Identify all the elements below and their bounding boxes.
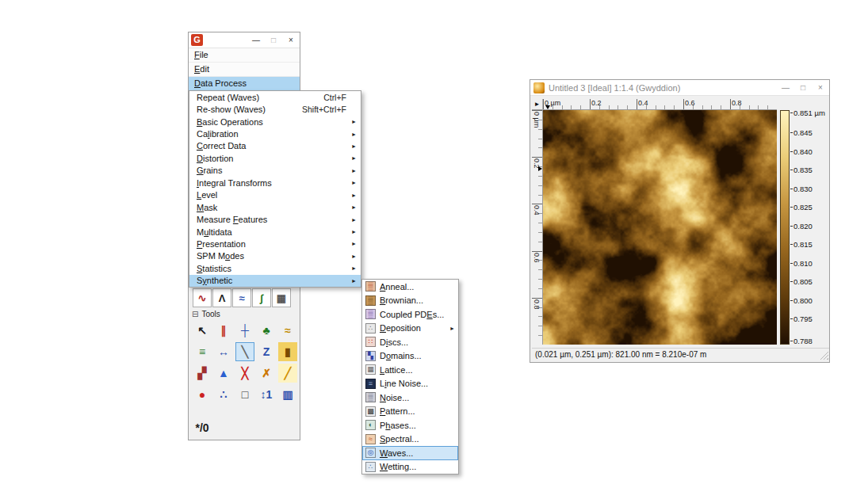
read-value-tool[interactable]: ↖	[193, 321, 212, 340]
level-tool[interactable]: ≡	[193, 342, 212, 361]
wetting-icon: ∴	[365, 462, 376, 472]
menu-item-spectral[interactable]: ≈Spectral...	[362, 433, 458, 447]
menu-item-multidata[interactable]: Multidata►	[189, 226, 361, 238]
menu-item-repeat-waves[interactable]: Repeat (Waves)Ctrl+F	[189, 91, 361, 103]
spectro-tool[interactable]: ♣	[257, 321, 276, 340]
data-window-title: Untitled 3 [Ideal] 1:1.4 (Gwyddion)	[549, 83, 777, 93]
menubar-item-edit[interactable]: Edit	[189, 63, 300, 77]
mask-editor-tool[interactable]: ▲	[214, 364, 233, 383]
menu-item-calibration[interactable]: Calibration►	[189, 128, 361, 139]
menu-item-label: Measure Features	[197, 215, 267, 224]
menu-item-phases[interactable]: ◐Phases...	[362, 418, 458, 433]
menu-shortcut: Ctrl+F	[323, 93, 358, 102]
graph-fit-button[interactable]: ∫	[252, 288, 271, 307]
menu-item-waves[interactable]: ◎Waves...	[362, 446, 458, 460]
maximize-button[interactable]: □	[265, 32, 282, 48]
menu-item-re-show-waves[interactable]: Re-show (Waves)Shift+Ctrl+F	[189, 103, 361, 115]
menu-item-integral-transforms[interactable]: Integral Transforms►	[189, 177, 361, 189]
discs-icon: ∷	[365, 337, 376, 347]
menu-item-label: Calibration	[197, 129, 239, 139]
roughness-tool[interactable]: ≈	[278, 321, 297, 340]
ruler-marker-y-icon	[538, 166, 542, 171]
menu-item-anneal[interactable]: ▒Anneal...	[362, 280, 458, 294]
close-button[interactable]: ×	[282, 32, 300, 48]
color-scale-label: 0.835	[793, 166, 813, 174]
data-process-menu: Repeat (Waves)Ctrl+FRe-show (Waves)Shift…	[189, 90, 361, 288]
menu-item-mask[interactable]: Mask►	[189, 201, 361, 213]
menu-item-wetting[interactable]: ∴Wetting...	[362, 460, 458, 474]
data-window: Untitled 3 [Ideal] 1:1.4 (Gwyddion) — □ …	[530, 79, 830, 363]
submenu-arrow-icon: ►	[350, 265, 358, 271]
minimize-button[interactable]: —	[777, 80, 794, 96]
horizontal-ruler[interactable]: 0 µm0.20.40.60.8	[543, 99, 777, 110]
vertical-ruler[interactable]: 0 µm0.20.40.60.8	[532, 110, 543, 345]
menu-item-measure-features[interactable]: Measure Features►	[189, 213, 361, 225]
menu-item-pattern[interactable]: ▩Pattern...	[362, 405, 458, 419]
submenu-arrow-icon: ►	[350, 278, 358, 284]
color-range-tool[interactable]: ▮	[278, 342, 297, 361]
menu-item-label: Repeat (Waves)	[197, 93, 259, 102]
line-fit-icon: ╲	[242, 345, 248, 358]
menu-item-distortion[interactable]: Distortion►	[189, 152, 361, 164]
menu-item-lattice[interactable]: ▦Lattice...	[362, 363, 458, 377]
arithmetic-tool[interactable]: */0	[193, 418, 212, 437]
domains-icon: ▚	[365, 351, 376, 361]
menu-item-discs[interactable]: ∷Discs...	[362, 335, 458, 349]
gwyddion-data-icon	[533, 82, 545, 93]
toolbox-titlebar[interactable]: G — □ ×	[189, 32, 300, 48]
graph-curve-button[interactable]: ∿	[193, 288, 212, 307]
graph-peaks-button[interactable]: Λ	[212, 288, 231, 307]
ruler-label: 0.8	[732, 99, 742, 107]
menu-item-level[interactable]: Level►	[189, 189, 361, 201]
menu-item-basic-operations[interactable]: Basic Operations►	[189, 116, 361, 128]
menu-item-line-noise[interactable]: ≡Line Noise...	[362, 377, 458, 391]
calibration-tool[interactable]: ↕1	[257, 385, 276, 404]
line-fit-tool[interactable]: ╲	[235, 342, 254, 361]
grain-measure-tool[interactable]: ∴	[214, 385, 233, 404]
menu-item-correct-data[interactable]: Correct Data►	[189, 140, 361, 152]
menubar-item-file[interactable]: File	[189, 48, 300, 63]
color-range-icon: ▮	[285, 345, 291, 358]
filter-tool[interactable]: ▞	[193, 364, 212, 383]
column-filter-tool[interactable]: ▥	[278, 385, 297, 404]
tools-expander[interactable]: ⊟ Tools	[192, 310, 220, 318]
measure-tool[interactable]: ↔	[214, 342, 233, 361]
menu-item-presentation[interactable]: Presentation►	[189, 238, 361, 250]
menu-item-statistics[interactable]: Statistics►	[189, 262, 361, 274]
menu-item-label: Lattice...	[380, 365, 413, 375]
data-window-titlebar[interactable]: Untitled 3 [Ideal] 1:1.4 (Gwyddion) — □ …	[530, 80, 829, 96]
cut-tool[interactable]: ✗	[257, 364, 276, 383]
grain-remove-tool[interactable]: □	[235, 385, 254, 404]
ruler-corner[interactable]: ►	[532, 99, 543, 110]
close-button[interactable]: ×	[812, 80, 829, 96]
menu-item-coupled-pdes[interactable]: ▒Coupled PDEs...	[362, 307, 458, 322]
menu-item-noise[interactable]: ▒Noise...	[362, 391, 458, 405]
mask-remove-tool[interactable]: ╳	[235, 364, 254, 383]
graph-compare-button[interactable]: ≈	[232, 288, 251, 307]
menu-item-grains[interactable]: Grains►	[189, 165, 361, 177]
color-scale-label: 0.840	[793, 148, 813, 156]
false-color-bar[interactable]	[780, 110, 790, 345]
menu-item-domains[interactable]: ▚Domains...	[362, 349, 458, 364]
resize-grip[interactable]	[820, 351, 828, 360]
submenu-arrow-icon: ►	[350, 155, 358, 161]
menu-item-synthetic[interactable]: Synthetic►	[189, 275, 361, 287]
maximize-button[interactable]: □	[794, 80, 812, 96]
grain-mark-tool[interactable]: ●	[193, 385, 212, 404]
menu-item-spm-modes[interactable]: SPM Modes►	[189, 250, 361, 262]
roughness-icon: ≈	[285, 324, 291, 337]
color-scale-label: 0.851 µm	[793, 109, 825, 117]
path-level-tool[interactable]: Z	[257, 342, 276, 361]
spot-remove-tool[interactable]: ╱	[278, 364, 297, 383]
graph-grid-button[interactable]: ▦	[272, 288, 291, 307]
menubar-item-label: Edit	[194, 64, 209, 74]
menu-item-label: Statistics	[197, 264, 231, 273]
menubar-item-data-process[interactable]: Data Process	[189, 77, 300, 91]
menu-item-brownian[interactable]: ▒Brownian...	[362, 294, 458, 308]
ruler-label: 0.6	[533, 253, 541, 263]
afm-image[interactable]	[543, 110, 777, 345]
menu-item-deposition[interactable]: ∴Deposition►	[362, 322, 458, 336]
minimize-button[interactable]: —	[247, 32, 265, 48]
profile-tool[interactable]: ┼	[235, 321, 254, 340]
distance-tool[interactable]: ∥	[214, 321, 233, 340]
